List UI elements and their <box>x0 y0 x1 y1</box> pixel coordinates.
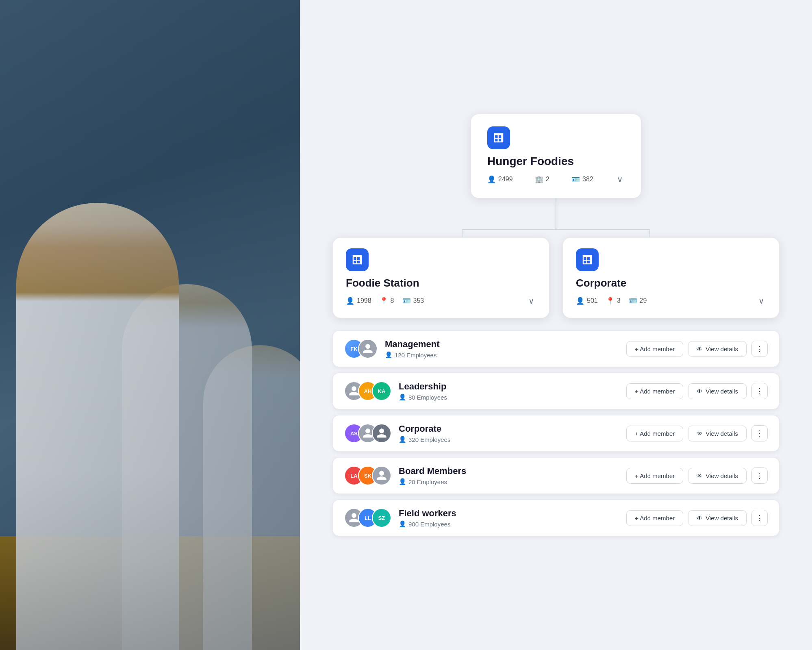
photo-section <box>0 0 333 650</box>
fs-location-icon: 📍 <box>380 297 388 305</box>
corporate-people-icon: 👤 <box>399 436 406 443</box>
stat-employees: 🪪 382 <box>571 175 593 184</box>
management-count: 120 Employees <box>395 352 436 359</box>
list-item: LA SK Board Members 👤 20 Emplo <box>332 457 779 494</box>
field-avatars: LL SZ <box>344 508 391 528</box>
corp-people-icon: 👤 <box>576 297 584 305</box>
leadership-info: Leadership 👤 80 Employees <box>399 381 619 401</box>
fs-people-count: 1998 <box>357 297 371 304</box>
corporate-count: 320 Employees <box>408 436 450 443</box>
board-info: Board Members 👤 20 Employees <box>399 466 619 485</box>
field-actions: + Add member 👁 View details ⋮ <box>626 510 768 526</box>
person-icon-5 <box>376 470 387 481</box>
management-info: Management 👤 120 Employees <box>385 339 619 359</box>
corp-employees-icon: 🪪 <box>629 297 637 305</box>
leadership-people-icon: 👤 <box>399 393 406 401</box>
management-actions: + Add member 👁 View details ⋮ <box>626 341 768 357</box>
corp-people-count: 501 <box>587 297 598 304</box>
board-actions: + Add member 👁 View details ⋮ <box>626 467 768 484</box>
corp-stat-employees: 🪪 29 <box>629 297 647 305</box>
org-chart: Hunger Foodies 👤 2499 🏢 2 🪪 382 ∨ <box>332 114 779 536</box>
hunger-foodies-icon <box>487 126 510 149</box>
hunger-foodies-title: Hunger Foodies <box>487 155 574 168</box>
list-item: LL SZ Field workers 👤 900 Employees <box>332 500 779 536</box>
building-icon <box>493 132 505 144</box>
leadership-view-button[interactable]: 👁 View details <box>688 383 747 399</box>
eye-icon: 👁 <box>697 346 703 352</box>
fs-stat-locations: 📍 8 <box>380 297 394 305</box>
fs-stat-people: 👤 1998 <box>346 297 371 305</box>
leadership-add-button[interactable]: + Add member <box>626 383 683 399</box>
corporate-stats: 👤 501 📍 3 🪪 29 ∨ <box>576 294 766 307</box>
management-people-icon: 👤 <box>385 351 393 359</box>
foodie-station-icon <box>346 248 369 271</box>
avatar-photo-4 <box>372 424 391 443</box>
corporate-row-title: Corporate <box>399 424 619 434</box>
corp-employees-count: 29 <box>640 297 647 304</box>
connector-branch <box>418 218 694 237</box>
field-people-icon: 👤 <box>399 520 406 528</box>
field-more-button[interactable]: ⋮ <box>751 510 768 526</box>
board-avatars: LA SK <box>344 466 391 485</box>
foodie-station-expand-button[interactable]: ∨ <box>527 294 536 307</box>
list-item: FK Management 👤 120 Employees <box>332 330 779 367</box>
board-subtitle: 👤 20 Employees <box>399 478 619 485</box>
foodie-station-stats: 👤 1998 📍 8 🪪 353 ∨ <box>346 294 536 307</box>
connector-vertical-right <box>649 229 650 237</box>
building-icon-3 <box>581 254 593 266</box>
photo-background <box>0 0 333 650</box>
corp-stat-locations: 📍 3 <box>606 297 621 305</box>
management-add-button[interactable]: + Add member <box>626 341 683 357</box>
employees-icon: 🪪 <box>571 175 580 184</box>
card-corporate-top: Corporate 👤 501 📍 3 🪪 29 <box>562 237 779 318</box>
field-add-button[interactable]: + Add member <box>626 510 683 526</box>
corporate-title: Corporate <box>576 277 766 289</box>
fs-employees-icon: 🪪 <box>402 297 411 305</box>
people-icon: 👤 <box>487 175 496 184</box>
board-add-button[interactable]: + Add member <box>626 468 683 484</box>
foodie-station-title: Foodie Station <box>346 277 536 289</box>
locations-count: 2 <box>546 176 549 183</box>
corporate-icon <box>576 248 599 271</box>
hunger-foodies-expand-button[interactable]: ∨ <box>615 173 625 186</box>
eye-icon-4: 👁 <box>697 472 703 479</box>
management-view-button[interactable]: 👁 View details <box>688 341 747 357</box>
leadership-count: 80 Employees <box>408 394 447 401</box>
management-subtitle: 👤 120 Employees <box>385 351 619 359</box>
board-people-icon: 👤 <box>399 478 406 485</box>
corporate-expand-button[interactable]: ∨ <box>757 294 766 307</box>
corp-stat-people: 👤 501 <box>576 297 598 305</box>
corporate-row-info: Corporate 👤 320 Employees <box>399 424 619 443</box>
avatar-ka: KA <box>372 381 391 401</box>
corporate-add-button[interactable]: + Add member <box>626 426 683 441</box>
employees-count: 382 <box>582 176 593 183</box>
fs-people-icon: 👤 <box>346 297 354 305</box>
corporate-row-actions: + Add member 👁 View details ⋮ <box>626 425 768 441</box>
corporate-view-button[interactable]: 👁 View details <box>688 426 747 441</box>
person-icon <box>362 343 373 354</box>
list-section: FK Management 👤 120 Employees <box>332 330 779 536</box>
connector-vertical-left <box>462 229 462 237</box>
connector-vertical-center <box>556 218 556 229</box>
avatar-sz: SZ <box>372 508 391 528</box>
leadership-more-button[interactable]: ⋮ <box>751 383 768 399</box>
field-subtitle: 👤 900 Employees <box>399 520 619 528</box>
connector-line-1 <box>556 198 556 218</box>
field-view-button[interactable]: 👁 View details <box>688 510 747 526</box>
stat-people: 👤 2499 <box>487 175 513 184</box>
leadership-avatars: AH KA <box>344 381 391 401</box>
board-view-button[interactable]: 👁 View details <box>688 468 747 484</box>
fs-employees-count: 353 <box>413 297 424 304</box>
leadership-actions: + Add member 👁 View details ⋮ <box>626 383 768 399</box>
list-item: AS Corporate 👤 320 Employees <box>332 415 779 452</box>
people-count: 2499 <box>498 176 513 183</box>
field-title: Field workers <box>399 508 619 519</box>
board-more-button[interactable]: ⋮ <box>751 467 768 484</box>
management-title: Management <box>385 339 619 350</box>
management-more-button[interactable]: ⋮ <box>751 341 768 357</box>
building-icon-2 <box>351 254 363 266</box>
leadership-title: Leadership <box>399 381 619 392</box>
corporate-more-button[interactable]: ⋮ <box>751 425 768 441</box>
scene: Hunger Foodies 👤 2499 🏢 2 🪪 382 ∨ <box>0 0 812 650</box>
eye-icon-3: 👁 <box>697 430 703 437</box>
